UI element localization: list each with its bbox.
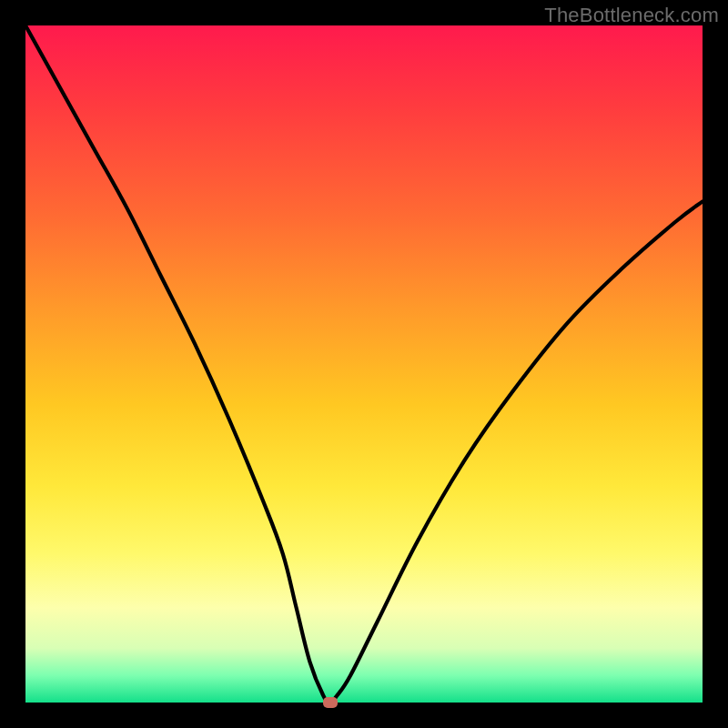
optimal-point-marker (323, 697, 338, 708)
curve-path (25, 25, 703, 703)
chart-frame: TheBottleneck.com (0, 0, 728, 728)
bottleneck-curve (25, 25, 703, 703)
watermark-text: TheBottleneck.com (544, 4, 719, 27)
